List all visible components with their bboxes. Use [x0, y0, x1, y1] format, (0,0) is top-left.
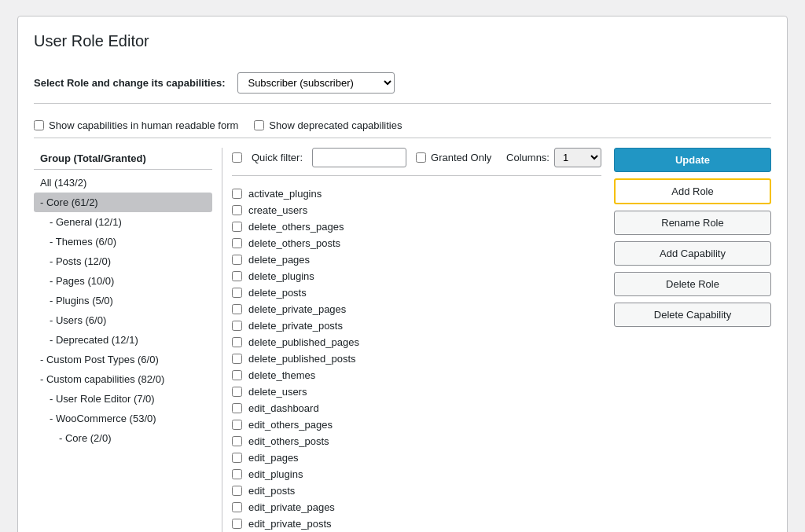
- capability-checkbox[interactable]: [232, 189, 242, 199]
- add-capability-button[interactable]: Add Capability: [614, 241, 771, 266]
- sidebar-item[interactable]: - Pages (10/0): [34, 271, 212, 291]
- capability-checkbox[interactable]: [232, 271, 242, 281]
- capability-name: edit_plugins: [248, 468, 303, 480]
- list-item: edit_plugins: [232, 466, 601, 482]
- capability-name: delete_published_posts: [248, 353, 356, 365]
- capability-name: edit_private_pages: [248, 501, 335, 513]
- sidebar-item[interactable]: - Themes (6/0): [34, 232, 212, 251]
- sidebar-item[interactable]: - Custom Post Types (6/0): [34, 350, 212, 369]
- capability-name: delete_plugins: [248, 270, 314, 282]
- list-item: delete_others_pages: [232, 218, 601, 235]
- list-item: delete_published_posts: [232, 350, 601, 367]
- capability-name: edit_pages: [248, 452, 299, 464]
- list-item: edit_pages: [232, 449, 601, 466]
- capability-name: activate_plugins: [248, 188, 322, 200]
- capabilities-area: Quick filter: Granted Only Columns: 1 2 …: [232, 148, 601, 532]
- capability-checkbox[interactable]: [232, 222, 242, 232]
- capability-checkbox[interactable]: [232, 337, 242, 347]
- list-item: delete_private_posts: [232, 317, 601, 334]
- right-panel: Update Add Role Rename Role Add Capabili…: [614, 148, 771, 532]
- capability-checkbox[interactable]: [232, 370, 242, 380]
- sidebar-item[interactable]: - Users (6/0): [34, 310, 212, 330]
- capability-checkbox[interactable]: [232, 321, 242, 331]
- capability-name: edit_others_posts: [248, 435, 329, 447]
- capability-checkbox[interactable]: [232, 453, 242, 463]
- deprecated-label[interactable]: Show deprecated capabilities: [254, 119, 402, 131]
- select-all-checkbox[interactable]: [232, 152, 242, 163]
- list-item: edit_posts: [232, 482, 601, 499]
- capability-checkbox[interactable]: [232, 403, 242, 413]
- sidebar-item[interactable]: All (143/2): [34, 173, 212, 193]
- capability-checkbox[interactable]: [232, 502, 242, 512]
- sidebar-item[interactable]: - User Role Editor (7/0): [34, 389, 212, 409]
- delete-capability-button[interactable]: Delete Capability: [614, 303, 771, 327]
- role-select[interactable]: Subscriber (subscriber)AdministratorEdit…: [237, 72, 395, 94]
- top-controls: Select Role and change its capabilities:…: [34, 63, 771, 104]
- list-item: delete_others_posts: [232, 235, 601, 251]
- list-item: activate_plugins: [232, 185, 601, 202]
- capability-name: delete_private_pages: [248, 303, 346, 315]
- quick-filter-input[interactable]: [312, 148, 406, 167]
- capability-checkbox[interactable]: [232, 354, 242, 364]
- capability-name: edit_posts: [248, 485, 295, 497]
- capability-name: delete_published_pages: [248, 336, 359, 348]
- sidebar-item[interactable]: - Posts (12/0): [34, 251, 212, 271]
- sidebar-item[interactable]: - Custom capabilities (82/0): [34, 369, 212, 389]
- human-readable-text: Show capabilities in human readable form: [49, 119, 238, 131]
- sidebar-items-container: All (143/2)- Core (61/2)- General (12/1)…: [34, 173, 212, 448]
- capability-name: create_users: [248, 204, 307, 216]
- sidebar-item[interactable]: - Deprecated (12/1): [34, 330, 212, 350]
- quick-filter-label: Quick filter:: [252, 152, 303, 163]
- capability-checkbox[interactable]: [232, 436, 242, 446]
- list-item: edit_private_pages: [232, 499, 601, 515]
- user-role-editor-panel: User Role Editor Select Role and change …: [17, 16, 788, 532]
- capability-checkbox[interactable]: [232, 304, 242, 314]
- sidebar-item[interactable]: - Core (61/2): [34, 193, 212, 212]
- capability-name: edit_private_posts: [248, 518, 332, 530]
- capability-checkbox[interactable]: [232, 238, 242, 248]
- capability-name: delete_others_pages: [248, 221, 344, 233]
- list-item: create_users: [232, 202, 601, 218]
- list-item: delete_posts: [232, 284, 601, 301]
- capability-name: delete_private_posts: [248, 320, 343, 332]
- checkboxes-row: Show capabilities in human readable form…: [34, 113, 771, 138]
- update-button[interactable]: Update: [614, 148, 771, 172]
- capability-checkbox[interactable]: [232, 387, 242, 397]
- filter-bar: Quick filter: Granted Only Columns: 1 2 …: [232, 148, 601, 176]
- human-readable-label[interactable]: Show capabilities in human readable form: [34, 119, 238, 131]
- delete-role-button[interactable]: Delete Role: [614, 272, 771, 296]
- sidebar-item[interactable]: - Plugins (5/0): [34, 291, 212, 310]
- capability-checkbox[interactable]: [232, 519, 242, 529]
- capability-name: edit_others_pages: [248, 419, 333, 431]
- granted-only-checkbox[interactable]: [416, 152, 426, 163]
- granted-only-label[interactable]: Granted Only: [416, 152, 491, 163]
- list-item: edit_others_posts: [232, 433, 601, 449]
- capability-name: delete_themes: [248, 369, 315, 381]
- granted-only-text: Granted Only: [431, 152, 491, 163]
- capability-checkbox[interactable]: [232, 486, 242, 496]
- capability-checkbox[interactable]: [232, 288, 242, 298]
- sidebar-item[interactable]: - WooCommerce (53/0): [34, 409, 212, 428]
- human-readable-checkbox[interactable]: [34, 120, 44, 130]
- capability-checkbox[interactable]: [232, 469, 242, 479]
- list-item: edit_private_posts: [232, 515, 601, 532]
- columns-control: Columns: 1 2 3: [506, 148, 601, 167]
- deprecated-text: Show deprecated capabilities: [269, 119, 402, 131]
- rename-role-button[interactable]: Rename Role: [614, 211, 771, 235]
- capability-list: activate_pluginscreate_usersdelete_other…: [232, 185, 601, 532]
- capability-checkbox[interactable]: [232, 255, 242, 265]
- list-item: delete_themes: [232, 367, 601, 383]
- main-area: Group (Total/Granted) All (143/2)- Core …: [34, 148, 771, 532]
- capability-checkbox[interactable]: [232, 420, 242, 430]
- list-item: delete_pages: [232, 251, 601, 268]
- capability-name: delete_users: [248, 386, 307, 398]
- columns-select[interactable]: 1 2 3: [554, 148, 601, 167]
- deprecated-checkbox[interactable]: [254, 120, 264, 130]
- sidebar-item[interactable]: - Core (2/0): [34, 428, 212, 448]
- sidebar-item[interactable]: - General (12/1): [34, 212, 212, 232]
- page-title: User Role Editor: [34, 32, 771, 50]
- sidebar: Group (Total/Granted) All (143/2)- Core …: [34, 148, 222, 532]
- list-item: delete_private_pages: [232, 301, 601, 317]
- add-role-button[interactable]: Add Role: [614, 178, 771, 204]
- capability-checkbox[interactable]: [232, 205, 242, 215]
